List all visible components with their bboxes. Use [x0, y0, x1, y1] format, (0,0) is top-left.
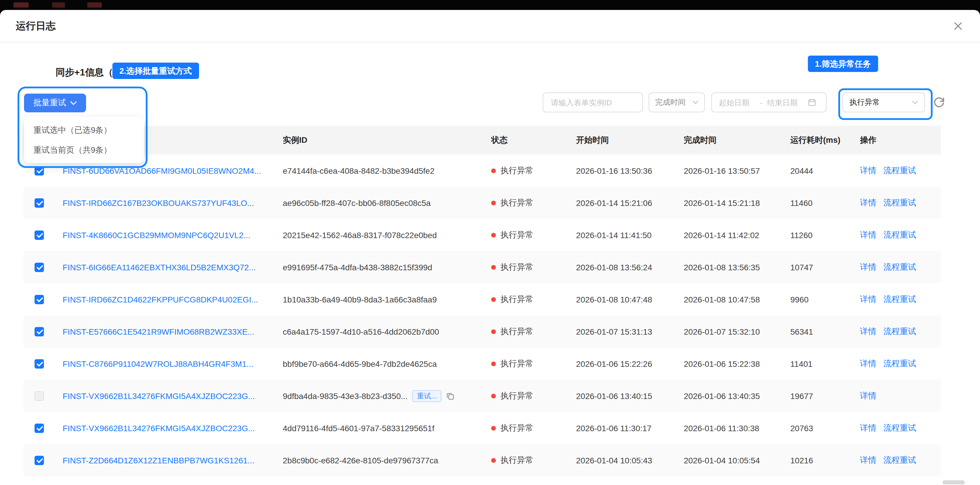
- finish-time: 2026-01-06 13:40:35: [684, 391, 790, 401]
- flow-retry-link[interactable]: 流程重试: [883, 326, 916, 337]
- status-dot: [491, 297, 496, 301]
- instance-name-link[interactable]: FINST-Z2D664D1Z6X12Z1ENBBPB7WG1KS1261...: [63, 455, 255, 465]
- flow-retry-link[interactable]: 流程重试: [883, 230, 916, 240]
- instance-name-link[interactable]: FINST-E57666C1E5421R9WFIMO68RB2WZ33XE...: [63, 327, 255, 336]
- detail-link[interactable]: 详情: [860, 262, 877, 272]
- row-checkbox[interactable]: [35, 423, 44, 433]
- refresh-icon[interactable]: [933, 97, 945, 108]
- chevron-down-icon: [692, 101, 698, 104]
- row-checkbox[interactable]: [35, 327, 44, 336]
- status-filter-value: 执行异常: [850, 97, 880, 108]
- status-dot: [491, 233, 496, 237]
- close-icon[interactable]: [951, 20, 964, 32]
- instance-id: 9dfba4da-9835-43e3-8b23-d350...: [283, 391, 408, 401]
- status-dot: [491, 329, 496, 334]
- header-instance-id: 实例ID: [283, 135, 491, 145]
- row-checkbox[interactable]: [35, 262, 44, 272]
- status-dot: [491, 361, 496, 366]
- detail-link[interactable]: 详情: [860, 423, 877, 433]
- status-dot: [491, 393, 496, 398]
- detail-link[interactable]: 详情: [860, 165, 877, 176]
- instance-id: e74144fa-c6ea-408a-8482-b3be394d5fe2: [283, 166, 434, 175]
- background-app-bar: [0, 0, 980, 10]
- duration: 20763: [790, 423, 855, 433]
- instance-name-link[interactable]: FINST-IRD66ZC1D4622FKPPUFCG8DKP4U02EGI..…: [63, 295, 258, 304]
- detail-link[interactable]: 详情: [860, 230, 877, 240]
- duration: 10747: [790, 262, 855, 272]
- table-row: FINST-C8766P911042W7ROLJ88ABH4GR4F3M1...…: [24, 347, 941, 380]
- row-checkbox[interactable]: [35, 295, 44, 304]
- status-text: 执行异常: [501, 197, 533, 208]
- flow-retry-link[interactable]: 流程重试: [883, 165, 916, 176]
- instance-name-link[interactable]: FINST-4K8660C1GCB29MMOM9NPC6Q2U1VL2...: [63, 230, 250, 239]
- table-header-row: 实例ID 状态 开始时间 完成时间 运行耗时(ms) 操作: [24, 126, 941, 154]
- time-type-select[interactable]: 完成时间: [649, 92, 705, 113]
- table-row: FINST-6IG66EA11462EBXTHX36LD5B2EMX3Q72..…: [24, 251, 941, 283]
- flow-retry-link[interactable]: 流程重试: [883, 294, 916, 304]
- instance-name-link[interactable]: FINST-IRD66ZC167B23OKBOUAKS737YUF43LO...: [63, 198, 254, 208]
- background-decoration: [13, 2, 29, 8]
- duration: 11401: [790, 359, 855, 368]
- instance-id: 20215e42-1562-46a8-8317-f078c22e0bed: [283, 230, 437, 239]
- finish-time: 2026-01-14 15:21:18: [684, 198, 790, 208]
- flow-retry-link[interactable]: 流程重试: [883, 358, 916, 369]
- finish-time: 2026-01-04 10:05:54: [684, 455, 790, 465]
- date-separator: -: [760, 98, 762, 107]
- chevron-down-icon: [912, 101, 918, 104]
- flow-retry-link[interactable]: 流程重试: [883, 197, 916, 208]
- finish-time: 2026-01-08 13:56:35: [684, 262, 790, 272]
- instance-id-search-input[interactable]: [550, 97, 636, 107]
- instance-name-link[interactable]: FINST-VX9662B1L34276FKMGI5A4XJZBOC223G..…: [63, 423, 255, 433]
- table-row: FINST-Z2D664D1Z6X12Z1ENBBPB7WG1KS1261...…: [24, 444, 941, 476]
- detail-link[interactable]: 详情: [860, 326, 877, 337]
- detail-link[interactable]: 详情: [860, 455, 877, 465]
- status-text: 执行异常: [501, 262, 533, 272]
- horizontal-scrollbar-thumb[interactable]: [943, 480, 965, 484]
- finish-time: 2026-01-06 11:30:38: [684, 423, 790, 433]
- copy-icon[interactable]: [446, 391, 455, 400]
- status-text: 执行异常: [501, 165, 533, 176]
- menu-item-retry-current-page[interactable]: 重试当前页（共9条）: [24, 140, 144, 160]
- status-dot: [491, 426, 496, 430]
- status-filter-select[interactable]: 执行异常: [842, 92, 925, 113]
- detail-link[interactable]: 详情: [860, 197, 877, 208]
- status-text: 执行异常: [501, 390, 533, 401]
- duration: 11460: [790, 198, 855, 208]
- row-checkbox[interactable]: [35, 359, 44, 368]
- row-checkbox[interactable]: [35, 230, 44, 239]
- duration: 19677: [790, 391, 855, 401]
- batch-retry-button[interactable]: 批量重试: [24, 94, 86, 113]
- flow-retry-link[interactable]: 流程重试: [883, 455, 916, 465]
- finish-time: 2026-01-14 11:42:02: [684, 230, 790, 239]
- run-log-table: 实例ID 状态 开始时间 完成时间 运行耗时(ms) 操作 FINST-6UD6…: [24, 126, 941, 476]
- flow-retry-link[interactable]: 流程重试: [883, 423, 916, 433]
- end-date-input[interactable]: [766, 97, 805, 107]
- menu-item-retry-selected[interactable]: 重试选中（已选9条）: [24, 120, 144, 140]
- instance-name-link[interactable]: FINST-6IG66EA11462EBXTHX36LD5B2EMX3Q72..…: [63, 262, 256, 272]
- instance-name-link[interactable]: FINST-C8766P911042W7ROLJ88ABH4GR4F3M1...: [63, 359, 253, 368]
- flow-retry-link[interactable]: 流程重试: [883, 262, 916, 272]
- detail-link[interactable]: 详情: [860, 358, 877, 369]
- row-checkbox[interactable]: [35, 455, 44, 465]
- duration: 20444: [790, 166, 855, 175]
- table-row: FINST-6UD66VA1OAD66FMI9GM0L05IE8WNO2M4..…: [24, 154, 941, 187]
- status-text: 执行异常: [501, 455, 533, 465]
- instance-name-link[interactable]: FINST-VX9662B1L34276FKMGI5A4XJZBOC223G..…: [63, 391, 255, 401]
- duration: 11260: [790, 230, 855, 239]
- background-decoration: [87, 2, 102, 8]
- row-checkbox[interactable]: [35, 198, 44, 208]
- calendar-icon: [808, 98, 816, 106]
- instance-id: 4dd79116-4fd5-4601-97a7-58331295651f: [283, 423, 434, 433]
- instance-name-link[interactable]: FINST-6UD66VA1OAD66FMI9GM0L05IE8WNO2M4..…: [63, 166, 261, 175]
- detail-link[interactable]: 详情: [860, 390, 877, 401]
- start-date-input[interactable]: [718, 97, 756, 107]
- detail-link[interactable]: 详情: [860, 294, 877, 304]
- date-range-picker[interactable]: -: [711, 92, 827, 113]
- instance-id-search-field[interactable]: [542, 92, 643, 113]
- row-checkbox[interactable]: [35, 166, 44, 175]
- duration: 9960: [790, 295, 855, 304]
- header-actions: 操作: [855, 135, 941, 145]
- status-text: 执行异常: [501, 294, 533, 304]
- status-dot: [491, 168, 496, 173]
- header-finish-time: 完成时间: [684, 135, 790, 145]
